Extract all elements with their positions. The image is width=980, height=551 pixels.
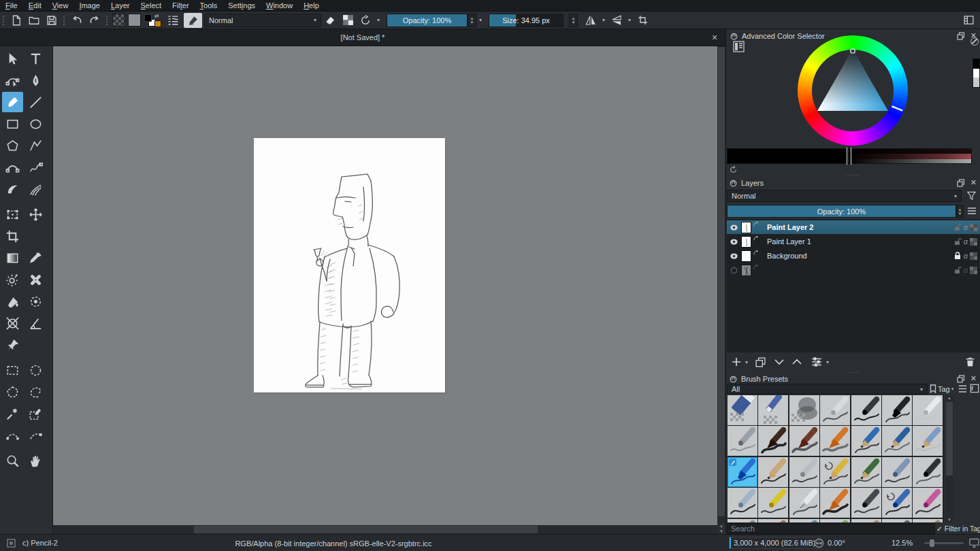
menu-layer[interactable]: Layer — [105, 0, 135, 12]
select-rect-tool[interactable] — [2, 360, 23, 380]
zoom-tool[interactable] — [2, 450, 23, 471]
docker-lock-icon[interactable] — [730, 33, 738, 40]
layer-visibility-icon[interactable] — [730, 223, 738, 232]
fill-tool[interactable] — [2, 291, 23, 312]
layer-thumbnail[interactable] — [741, 222, 751, 233]
close-docker-icon[interactable]: ✕ — [970, 374, 977, 383]
colorize-mask-tool[interactable] — [2, 269, 23, 290]
add-layer-button[interactable] — [730, 356, 742, 368]
brush-preset-row5-5[interactable] — [851, 519, 881, 522]
gradient-tool[interactable] — [2, 248, 23, 268]
brush-preset-pen-blue-fine[interactable] — [882, 457, 912, 487]
mirror-horizontal-caret[interactable]: ▾ — [600, 17, 608, 23]
foreground-background-colors[interactable]: ⇄ — [144, 13, 162, 28]
open-document-button[interactable] — [25, 13, 43, 28]
choose-brush-preset-button[interactable] — [164, 13, 182, 28]
polyline-tool[interactable] — [25, 135, 46, 156]
brush-grid-scrollbar[interactable]: ▲ ▼ — [945, 395, 953, 522]
layer-alpha-icon[interactable]: α — [964, 266, 968, 274]
current-brush-icon[interactable] — [7, 539, 16, 548]
add-layer-caret[interactable]: ▾ — [742, 359, 751, 365]
menu-edit[interactable]: Edit — [23, 0, 47, 12]
move-layer-up-button[interactable] — [791, 356, 803, 368]
brush-preset-marker-blue[interactable] — [728, 457, 757, 487]
brush-preset-row5-6[interactable] — [882, 519, 912, 522]
canvas-angle[interactable]: 0.00° — [814, 537, 845, 549]
inherit-alpha-icon[interactable] — [753, 221, 759, 227]
layer-lock-icon[interactable] — [953, 223, 962, 231]
bezier-curve-tool[interactable] — [2, 157, 23, 178]
vertical-scrollbar[interactable] — [717, 46, 725, 534]
canvas-area[interactable] — [53, 46, 717, 525]
tag-button[interactable]: Tag▾ — [930, 383, 953, 395]
crop-toolbar-button[interactable] — [634, 13, 651, 28]
layer-list-menu-icon[interactable] — [966, 206, 977, 216]
float-docker-icon[interactable] — [957, 179, 965, 187]
toolbar-grip[interactable] — [63, 15, 66, 26]
color-sampler-tool[interactable] — [25, 248, 46, 268]
menu-view[interactable]: View — [47, 0, 74, 12]
filter-in-tag-checkbox[interactable]: ✓Filter in Tag — [936, 523, 980, 534]
menu-tools[interactable]: Tools — [195, 0, 223, 12]
reference-images-tool[interactable] — [2, 335, 23, 355]
pan-tool[interactable] — [25, 450, 46, 471]
delete-layer-button[interactable] — [964, 356, 976, 368]
layer-lock-icon[interactable] — [953, 252, 962, 260]
color-selector-settings-icon[interactable] — [733, 41, 745, 52]
horizontal-scrollbar-thumb[interactable] — [194, 526, 538, 533]
redo-button[interactable] — [86, 13, 103, 28]
tab-close-button[interactable]: ✕ — [709, 32, 720, 43]
brush-preset-pencil-blue-2[interactable] — [882, 426, 912, 456]
document-canvas[interactable] — [254, 138, 445, 393]
new-document-button[interactable] — [7, 13, 25, 28]
brush-preset-blender-soft[interactable] — [789, 395, 819, 425]
preserve-alpha-button[interactable] — [339, 13, 357, 28]
select-shapes-tool[interactable] — [2, 48, 23, 69]
brush-search-input[interactable]: Search — [727, 523, 935, 534]
float-docker-icon[interactable] — [957, 375, 965, 383]
scrollbar-corner[interactable]: ▲▼ — [717, 523, 725, 534]
display-mode-icon[interactable] — [969, 538, 979, 548]
swap-colors-icon[interactable]: ⇄ — [154, 13, 159, 19]
layer-alpha-icon[interactable]: α — [964, 237, 968, 246]
menu-select[interactable]: Select — [135, 0, 167, 12]
reload-preset-button[interactable] — [357, 13, 374, 28]
select-polygon-tool[interactable] — [2, 382, 23, 402]
mirror-vertical-caret[interactable]: ▾ — [625, 17, 634, 23]
opacity-spinner[interactable]: ▲▼ — [468, 14, 476, 27]
layer-visibility-icon[interactable] — [730, 252, 738, 261]
value-swatch-strip[interactable] — [973, 59, 980, 88]
pattern-swatch[interactable] — [128, 14, 141, 27]
brush-preset-eraser-large[interactable] — [728, 395, 757, 425]
move-tool[interactable] — [25, 204, 46, 224]
zoom-slider[interactable] — [924, 542, 964, 544]
select-ellipse-tool[interactable] — [25, 360, 46, 380]
brush-preset-pen-metal-blue[interactable] — [728, 488, 757, 518]
layer-visibility-icon[interactable] — [730, 237, 738, 246]
brush-preset-fountain-pen[interactable] — [789, 488, 819, 518]
layer-style-icon[interactable] — [970, 252, 977, 260]
save-button[interactable] — [43, 13, 61, 28]
zoom-slider-knob[interactable] — [930, 539, 934, 547]
select-contiguous-tool[interactable] — [2, 403, 23, 424]
line-tool[interactable] — [25, 92, 46, 112]
enclose-fill-tool[interactable] — [25, 291, 46, 312]
measure-tool[interactable] — [25, 313, 46, 333]
brush-preset-row5-7[interactable] — [913, 519, 943, 522]
brush-preset-pen-script[interactable] — [913, 457, 943, 487]
hue-wheel[interactable] — [798, 35, 908, 146]
brush-preset-pencil-tan[interactable] — [758, 457, 788, 487]
blending-mode-select[interactable]: Normal▾ — [204, 14, 321, 27]
brush-preset-pencil-yellow[interactable] — [820, 457, 850, 487]
layer-opacity-spinner[interactable]: ▲▼ — [956, 205, 964, 218]
brush-preset-pen-yellow[interactable] — [758, 488, 788, 518]
layer-row[interactable]: Paint Layer 1α — [727, 235, 980, 248]
duplicate-layer-button[interactable] — [755, 356, 766, 368]
ellipse-tool[interactable] — [25, 114, 46, 134]
brush-preset-pencil-pale[interactable] — [913, 426, 943, 456]
toolbar-grip[interactable] — [105, 15, 109, 26]
horizontal-scrollbar[interactable] — [53, 525, 717, 534]
brush-preset-pen-blue-sketch[interactable] — [882, 488, 912, 518]
undo-button[interactable] — [68, 13, 86, 28]
eraser-mode-button[interactable] — [321, 13, 339, 28]
